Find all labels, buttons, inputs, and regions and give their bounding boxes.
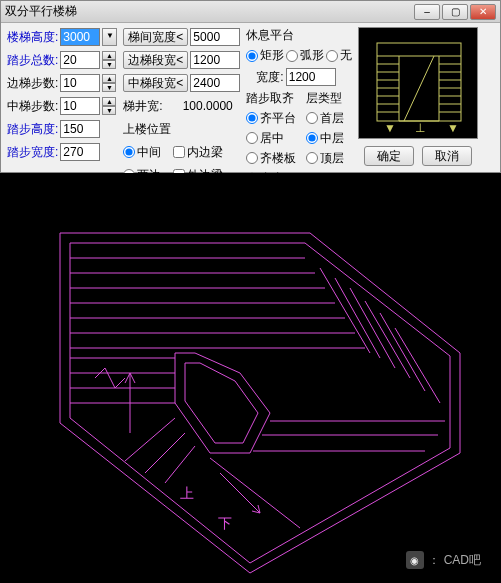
align-platform-label: 齐平台 [260, 110, 296, 127]
svg-text:▼: ▼ [384, 121, 396, 135]
svg-rect-0 [377, 43, 461, 121]
platform-arc-radio[interactable] [286, 50, 298, 62]
step-total-down[interactable]: ▼ [102, 60, 116, 69]
step-width-input[interactable] [60, 143, 100, 161]
mid-steps-down[interactable]: ▼ [102, 106, 116, 115]
inner-beam-check[interactable] [173, 146, 185, 158]
well-width-value: 100.0000 [183, 99, 233, 113]
align-mid-radio[interactable] [246, 132, 258, 144]
wechat-icon: ◉ [406, 551, 424, 569]
svg-line-34 [380, 313, 425, 391]
mid-steps-up[interactable]: ▲ [102, 97, 116, 106]
pos-mid-label: 中间 [137, 144, 161, 161]
step-total-label: 踏步总数: [7, 52, 58, 69]
cancel-button[interactable]: 取消 [422, 146, 472, 166]
inner-beam-label: 内边梁 [187, 144, 223, 161]
step-height-label: 踏步高度: [7, 121, 58, 138]
svg-line-18 [404, 56, 434, 121]
watermark-prefix: ： [428, 552, 440, 569]
floor-top-radio[interactable] [306, 152, 318, 164]
step-height-input[interactable] [60, 120, 100, 138]
platform-none-label: 无 [340, 47, 352, 64]
svg-line-35 [395, 328, 440, 403]
mid-steps-input[interactable] [60, 97, 100, 115]
platform-arc-label: 弧形 [300, 47, 324, 64]
floor-first-label: 首层 [320, 110, 344, 127]
titlebar[interactable]: 双分平行楼梯 – ▢ ✕ [1, 1, 500, 23]
align-platform-radio[interactable] [246, 112, 258, 124]
floor-mid-label: 中层 [320, 130, 344, 147]
mid-steps-label: 中梯步数: [7, 98, 58, 115]
well-width-label: 梯井宽: [123, 98, 162, 115]
svg-text:⊥: ⊥ [415, 121, 425, 135]
watermark-text: CAD吧 [444, 552, 481, 569]
align-floor-label: 齐楼板 [260, 150, 296, 167]
gap-width-input[interactable] [190, 28, 240, 46]
stair-height-input[interactable] [60, 28, 100, 46]
platform-none-radio[interactable] [326, 50, 338, 62]
side-steps-input[interactable] [60, 74, 100, 92]
gap-width-button[interactable]: 梯间宽度< [123, 28, 188, 46]
down-label: 下 [218, 516, 232, 531]
ok-button[interactable]: 确定 [364, 146, 414, 166]
stair-height-dropdown[interactable]: ▼ [102, 28, 117, 46]
step-align-label: 踏步取齐 [246, 90, 296, 107]
step-total-input[interactable] [60, 51, 100, 69]
side-steps-up[interactable]: ▲ [102, 74, 116, 83]
svg-line-44 [165, 446, 195, 483]
platform-rect-label: 矩形 [260, 47, 284, 64]
align-floor-radio[interactable] [246, 152, 258, 164]
rest-platform-label: 休息平台 [246, 27, 352, 44]
platform-rect-radio[interactable] [246, 50, 258, 62]
up-pos-label: 上楼位置 [123, 121, 171, 138]
window-buttons: – ▢ ✕ [414, 4, 496, 20]
floor-first-radio[interactable] [306, 112, 318, 124]
step-total-up[interactable]: ▲ [102, 51, 116, 60]
maximize-button[interactable]: ▢ [442, 4, 468, 20]
stair-dialog: 双分平行楼梯 – ▢ ✕ 楼梯高度: ▼ 踏步总数: ▲▼ 边梯步数: ▲▼ [0, 0, 501, 173]
floor-mid-radio[interactable] [306, 132, 318, 144]
minimize-button[interactable]: – [414, 4, 440, 20]
stair-preview: ▼ ⊥ ▼ [358, 27, 478, 139]
col-mid: 梯间宽度< 边梯段宽< 中梯段宽< 梯井宽: 100.0000 上楼位置 中间 [123, 27, 240, 187]
pos-mid-radio[interactable] [123, 146, 135, 158]
cad-viewport[interactable]: 上 下 ◉ ： CAD吧 [0, 173, 501, 583]
dialog-title: 双分平行楼梯 [5, 3, 77, 20]
svg-line-48 [220, 473, 260, 513]
mid-seg-input[interactable] [190, 74, 240, 92]
col-preview: ▼ ⊥ ▼ 确定 取消 [358, 27, 478, 187]
svg-line-33 [365, 301, 410, 378]
svg-line-46 [125, 418, 175, 461]
dialog-body: 楼梯高度: ▼ 踏步总数: ▲▼ 边梯步数: ▲▼ 中梯步数: ▲▼ 踏步高度: [1, 23, 500, 189]
mid-seg-button[interactable]: 中梯段宽< [123, 74, 188, 92]
floor-type-label: 层类型 [306, 90, 344, 107]
align-mid-label: 居中 [260, 130, 284, 147]
platform-width-input[interactable] [286, 68, 336, 86]
side-seg-input[interactable] [190, 51, 240, 69]
side-steps-down[interactable]: ▼ [102, 83, 116, 92]
col-platform: 休息平台 矩形 弧形 无 宽度: 踏步取齐 齐平台 居中 齐楼板 自由 层 [246, 27, 352, 187]
svg-text:▼: ▼ [447, 121, 459, 135]
stair-height-label: 楼梯高度: [7, 29, 58, 46]
platform-width-label: 宽度: [256, 69, 283, 86]
close-button[interactable]: ✕ [470, 4, 496, 20]
side-seg-button[interactable]: 边梯段宽< [123, 51, 188, 69]
floor-top-label: 顶层 [320, 150, 344, 167]
col-left: 楼梯高度: ▼ 踏步总数: ▲▼ 边梯步数: ▲▼ 中梯步数: ▲▼ 踏步高度: [7, 27, 117, 187]
step-width-label: 踏步宽度: [7, 144, 58, 161]
side-steps-label: 边梯步数: [7, 75, 58, 92]
watermark: ◉ ： CAD吧 [406, 551, 481, 569]
up-label: 上 [180, 486, 194, 501]
